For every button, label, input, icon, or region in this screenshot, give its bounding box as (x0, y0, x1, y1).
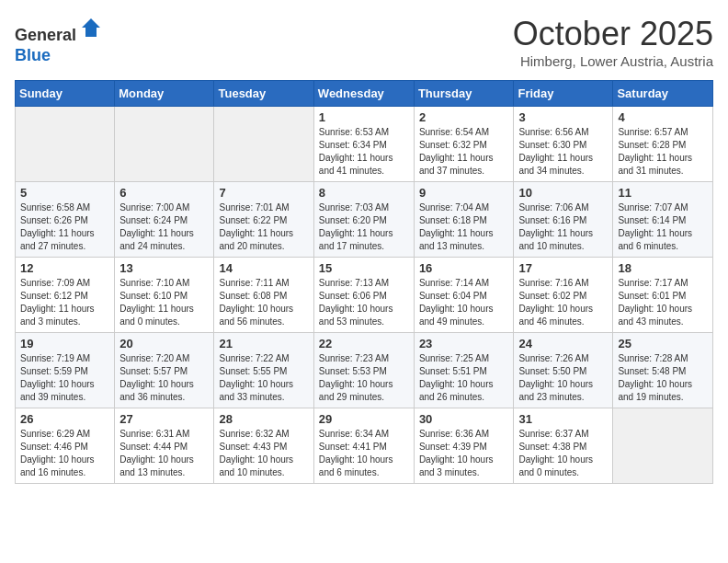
location-subtitle: Himberg, Lower Austria, Austria (513, 53, 713, 69)
day-number: 1 (319, 110, 409, 124)
day-number: 30 (419, 412, 509, 426)
day-info: Sunrise: 7:23 AMSunset: 5:53 PMDaylight:… (319, 352, 409, 404)
calendar-cell: 6Sunrise: 7:00 AMSunset: 6:24 PMDaylight… (115, 182, 214, 258)
calendar-cell: 1Sunrise: 6:53 AMSunset: 6:34 PMDaylight… (313, 107, 414, 182)
day-number: 19 (20, 337, 109, 350)
calendar-week-row: 5Sunrise: 6:58 AMSunset: 6:26 PMDaylight… (16, 182, 713, 258)
calendar-cell: 7Sunrise: 7:01 AMSunset: 6:22 PMDaylight… (214, 182, 313, 258)
day-info: Sunrise: 6:53 AMSunset: 6:34 PMDaylight:… (319, 126, 409, 178)
day-info: Sunrise: 7:26 AMSunset: 5:50 PMDaylight:… (518, 352, 608, 404)
day-info: Sunrise: 7:17 AMSunset: 6:01 PMDaylight:… (618, 277, 708, 328)
day-info: Sunrise: 7:25 AMSunset: 5:51 PMDaylight:… (419, 352, 509, 404)
calendar-cell: 11Sunrise: 7:07 AMSunset: 6:14 PMDayligh… (613, 182, 713, 258)
day-info: Sunrise: 7:04 AMSunset: 6:18 PMDaylight:… (419, 201, 509, 253)
weekday-header: Sunday (16, 81, 115, 107)
page-header: General Blue October 2025 Himberg, Lower… (15, 15, 713, 69)
day-number: 10 (518, 186, 608, 200)
calendar-cell: 28Sunrise: 6:32 AMSunset: 4:43 PMDayligh… (214, 408, 313, 484)
day-number: 20 (119, 337, 209, 350)
day-info: Sunrise: 7:07 AMSunset: 6:14 PMDaylight:… (618, 201, 708, 253)
calendar-cell: 4Sunrise: 6:57 AMSunset: 6:28 PMDaylight… (613, 107, 713, 182)
calendar-cell: 14Sunrise: 7:11 AMSunset: 6:08 PMDayligh… (214, 258, 313, 333)
day-number: 12 (20, 261, 109, 275)
day-info: Sunrise: 6:32 AMSunset: 4:43 PMDaylight:… (219, 428, 308, 479)
logo-blue: Blue (15, 46, 51, 64)
day-number: 6 (119, 186, 209, 200)
day-info: Sunrise: 7:01 AMSunset: 6:22 PMDaylight:… (219, 201, 308, 253)
logo-text: General Blue (15, 15, 104, 65)
calendar-cell: 13Sunrise: 7:10 AMSunset: 6:10 PMDayligh… (115, 258, 214, 333)
day-number: 31 (518, 412, 608, 426)
day-info: Sunrise: 7:19 AMSunset: 5:59 PMDaylight:… (20, 352, 109, 404)
calendar-cell: 16Sunrise: 7:14 AMSunset: 6:04 PMDayligh… (414, 258, 514, 333)
day-info: Sunrise: 7:16 AMSunset: 6:02 PMDaylight:… (518, 277, 608, 328)
day-number: 11 (618, 186, 708, 200)
day-info: Sunrise: 6:58 AMSunset: 6:26 PMDaylight:… (20, 201, 109, 253)
day-number: 24 (518, 337, 608, 350)
day-number: 28 (219, 412, 308, 426)
calendar-cell: 2Sunrise: 6:54 AMSunset: 6:32 PMDaylight… (414, 107, 514, 182)
day-number: 9 (419, 186, 509, 200)
day-info: Sunrise: 7:09 AMSunset: 6:12 PMDaylight:… (20, 277, 109, 328)
day-number: 16 (419, 261, 509, 275)
title-block: October 2025 Himberg, Lower Austria, Aus… (513, 15, 713, 69)
calendar-cell: 25Sunrise: 7:28 AMSunset: 5:48 PMDayligh… (613, 333, 713, 408)
calendar-cell (613, 408, 713, 484)
weekday-header: Thursday (414, 81, 514, 107)
calendar-cell: 9Sunrise: 7:04 AMSunset: 6:18 PMDaylight… (414, 182, 514, 258)
weekday-header: Friday (514, 81, 613, 107)
day-number: 8 (319, 186, 409, 200)
calendar-cell: 10Sunrise: 7:06 AMSunset: 6:16 PMDayligh… (514, 182, 613, 258)
calendar-week-row: 12Sunrise: 7:09 AMSunset: 6:12 PMDayligh… (16, 258, 713, 333)
day-info: Sunrise: 7:13 AMSunset: 6:06 PMDaylight:… (319, 277, 409, 328)
month-title: October 2025 (513, 15, 713, 53)
calendar-week-row: 19Sunrise: 7:19 AMSunset: 5:59 PMDayligh… (16, 333, 713, 408)
day-info: Sunrise: 7:06 AMSunset: 6:16 PMDaylight:… (518, 201, 608, 253)
day-info: Sunrise: 6:31 AMSunset: 4:44 PMDaylight:… (119, 428, 209, 479)
calendar-cell: 8Sunrise: 7:03 AMSunset: 6:20 PMDaylight… (313, 182, 414, 258)
day-number: 17 (518, 261, 608, 275)
day-info: Sunrise: 7:00 AMSunset: 6:24 PMDaylight:… (119, 201, 209, 253)
day-info: Sunrise: 7:22 AMSunset: 5:55 PMDaylight:… (219, 352, 308, 404)
day-info: Sunrise: 6:37 AMSunset: 4:38 PMDaylight:… (518, 428, 608, 479)
calendar-cell: 24Sunrise: 7:26 AMSunset: 5:50 PMDayligh… (514, 333, 613, 408)
day-number: 15 (319, 261, 409, 275)
calendar-cell: 27Sunrise: 6:31 AMSunset: 4:44 PMDayligh… (115, 408, 214, 484)
day-number: 4 (618, 110, 708, 124)
weekday-header: Saturday (613, 81, 713, 107)
day-number: 18 (618, 261, 708, 275)
calendar-cell: 12Sunrise: 7:09 AMSunset: 6:12 PMDayligh… (16, 258, 115, 333)
calendar-cell: 23Sunrise: 7:25 AMSunset: 5:51 PMDayligh… (414, 333, 514, 408)
calendar-cell: 31Sunrise: 6:37 AMSunset: 4:38 PMDayligh… (514, 408, 613, 484)
calendar-cell: 5Sunrise: 6:58 AMSunset: 6:26 PMDaylight… (16, 182, 115, 258)
calendar-cell: 20Sunrise: 7:20 AMSunset: 5:57 PMDayligh… (115, 333, 214, 408)
weekday-header: Wednesday (313, 81, 414, 107)
day-info: Sunrise: 6:54 AMSunset: 6:32 PMDaylight:… (419, 126, 509, 178)
day-number: 25 (618, 337, 708, 350)
day-number: 26 (20, 412, 109, 426)
calendar-cell: 3Sunrise: 6:56 AMSunset: 6:30 PMDaylight… (514, 107, 613, 182)
svg-marker-0 (82, 18, 100, 37)
calendar-cell: 18Sunrise: 7:17 AMSunset: 6:01 PMDayligh… (613, 258, 713, 333)
day-number: 14 (219, 261, 308, 275)
day-info: Sunrise: 6:56 AMSunset: 6:30 PMDaylight:… (518, 126, 608, 178)
calendar-week-row: 1Sunrise: 6:53 AMSunset: 6:34 PMDaylight… (16, 107, 713, 182)
calendar-cell: 15Sunrise: 7:13 AMSunset: 6:06 PMDayligh… (313, 258, 414, 333)
day-number: 3 (518, 110, 608, 124)
weekday-header: Monday (115, 81, 214, 107)
day-info: Sunrise: 6:34 AMSunset: 4:41 PMDaylight:… (319, 428, 409, 479)
logo-general: General (15, 26, 76, 44)
day-number: 13 (119, 261, 209, 275)
calendar-cell: 30Sunrise: 6:36 AMSunset: 4:39 PMDayligh… (414, 408, 514, 484)
day-info: Sunrise: 7:11 AMSunset: 6:08 PMDaylight:… (219, 277, 308, 328)
day-number: 2 (419, 110, 509, 124)
day-info: Sunrise: 7:10 AMSunset: 6:10 PMDaylight:… (119, 277, 209, 328)
calendar-cell (16, 107, 115, 182)
calendar-cell: 29Sunrise: 6:34 AMSunset: 4:41 PMDayligh… (313, 408, 414, 484)
day-info: Sunrise: 7:20 AMSunset: 5:57 PMDaylight:… (119, 352, 209, 404)
calendar: SundayMondayTuesdayWednesdayThursdayFrid… (15, 80, 713, 484)
day-number: 5 (20, 186, 109, 200)
day-number: 22 (319, 337, 409, 350)
weekday-header: Tuesday (214, 81, 313, 107)
day-info: Sunrise: 6:36 AMSunset: 4:39 PMDaylight:… (419, 428, 509, 479)
